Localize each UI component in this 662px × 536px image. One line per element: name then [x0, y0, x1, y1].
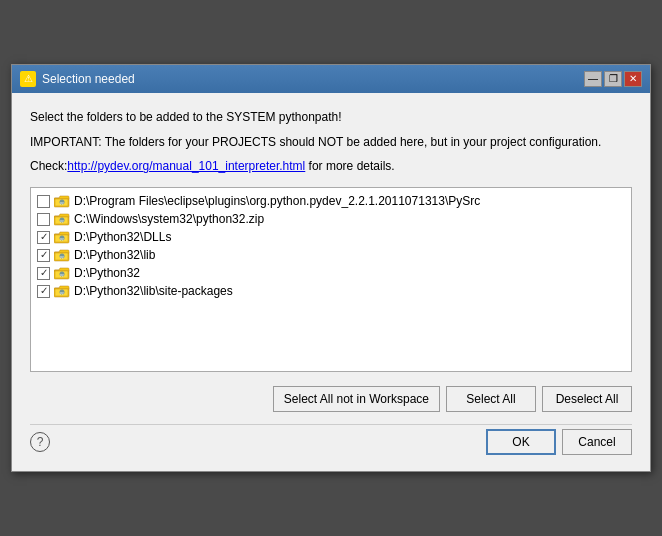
list-item[interactable]: py D:\Python32 [31, 264, 631, 282]
restore-button[interactable]: ❐ [604, 71, 622, 87]
list-item[interactable]: py D:\Python32\DLLs [31, 228, 631, 246]
ok-cancel-buttons: OK Cancel [486, 429, 632, 455]
select-all-not-workspace-button[interactable]: Select All not in Workspace [273, 386, 440, 412]
folder-icon: py [54, 284, 70, 298]
ok-cancel-row: ? OK Cancel [30, 424, 632, 459]
list-item-checkbox[interactable] [37, 195, 50, 208]
folder-icon: py [54, 212, 70, 226]
action-buttons-row: Select All not in Workspace Select All D… [30, 386, 632, 412]
dialog-icon: ⚠ [20, 71, 36, 87]
list-item-label: D:\Python32\DLLs [74, 230, 171, 244]
message-1: Select the folders to be added to the SY… [30, 109, 632, 126]
list-item-checkbox[interactable] [37, 213, 50, 226]
list-item-label: C:\Windows\system32\python32.zip [74, 212, 264, 226]
svg-text:py: py [60, 237, 64, 241]
list-item[interactable]: py D:\Program Files\eclipse\plugins\org.… [31, 192, 631, 210]
deselect-all-button[interactable]: Deselect All [542, 386, 632, 412]
svg-text:py: py [60, 219, 64, 223]
dialog: ⚠ Selection needed — ❐ ✕ Select the fold… [11, 64, 651, 472]
list-item[interactable]: py D:\Python32\lib\site-packages [31, 282, 631, 300]
folder-icon: py [54, 266, 70, 280]
list-item[interactable]: py D:\Python32\lib [31, 246, 631, 264]
message-2: IMPORTANT: The folders for your PROJECTS… [30, 134, 632, 151]
list-item-checkbox[interactable] [37, 231, 50, 244]
list-item-label: D:\Program Files\eclipse\plugins\org.pyt… [74, 194, 480, 208]
svg-text:py: py [60, 291, 64, 295]
list-item-label: D:\Python32\lib\site-packages [74, 284, 233, 298]
svg-text:py: py [60, 273, 64, 277]
title-buttons: — ❐ ✕ [584, 71, 642, 87]
folder-icon: py [54, 248, 70, 262]
minimize-button[interactable]: — [584, 71, 602, 87]
title-bar-left: ⚠ Selection needed [20, 71, 135, 87]
folder-icon: py [54, 230, 70, 244]
message-3: Check:http://pydev.org/manual_101_interp… [30, 158, 632, 175]
message-3-link[interactable]: http://pydev.org/manual_101_interpreter.… [67, 159, 305, 173]
list-item[interactable]: py C:\Windows\system32\python32.zip [31, 210, 631, 228]
close-button[interactable]: ✕ [624, 71, 642, 87]
list-item-label: D:\Python32 [74, 266, 140, 280]
list-item-checkbox[interactable] [37, 267, 50, 280]
list-item-checkbox[interactable] [37, 249, 50, 262]
select-all-button[interactable]: Select All [446, 386, 536, 412]
cancel-button[interactable]: Cancel [562, 429, 632, 455]
dialog-title: Selection needed [42, 72, 135, 86]
help-icon[interactable]: ? [30, 432, 50, 452]
message-3-suffix: for more details. [305, 159, 394, 173]
list-item-label: D:\Python32\lib [74, 248, 155, 262]
folder-icon: py [54, 194, 70, 208]
svg-text:py: py [60, 255, 64, 259]
list-item-checkbox[interactable] [37, 285, 50, 298]
svg-text:py: py [60, 201, 64, 205]
title-bar: ⚠ Selection needed — ❐ ✕ [12, 65, 650, 93]
message-3-prefix: Check: [30, 159, 67, 173]
folder-list[interactable]: py D:\Program Files\eclipse\plugins\org.… [30, 187, 632, 372]
dialog-body: Select the folders to be added to the SY… [12, 93, 650, 471]
ok-button[interactable]: OK [486, 429, 556, 455]
